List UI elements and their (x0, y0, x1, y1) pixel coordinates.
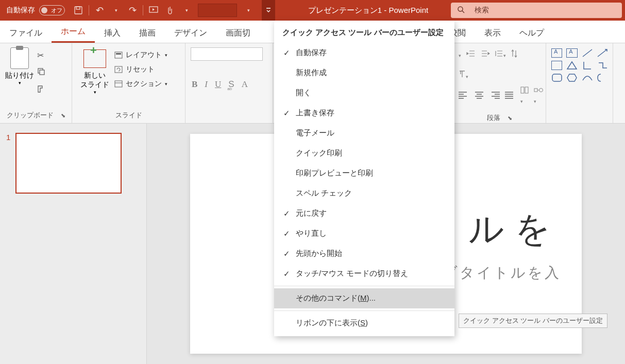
menu-item-3[interactable]: ✓上書き保存 (274, 103, 454, 123)
shape-curve-icon[interactable] (582, 73, 593, 82)
text-direction-icon[interactable]: ▾ (459, 70, 468, 80)
clipboard-group-label: クリップボード (7, 111, 54, 120)
bold-button[interactable]: B (192, 79, 197, 90)
tab-draw[interactable]: 描画 (130, 23, 165, 43)
tooltip: クイック アクセス ツール バーのユーザー設定 (459, 314, 607, 328)
shape-connector-icon[interactable] (597, 61, 607, 70)
menu-item-1[interactable]: 新規作成 (274, 63, 454, 83)
tab-home[interactable]: ホーム (52, 21, 95, 43)
new-slide-button[interactable]: 新しい スライド ▾ (77, 47, 112, 109)
section-button[interactable]: セクション▾ (114, 79, 167, 89)
indent-decrease-icon[interactable] (466, 50, 476, 59)
touch-mode-dropdown-icon[interactable]: ▾ (178, 2, 195, 19)
slides-group-label: スライド (115, 111, 142, 120)
paste-button[interactable]: 貼り付け ▾ (5, 47, 34, 109)
autosave-label: 自動保存 (0, 6, 39, 15)
qa-combo-dropdown-icon[interactable]: ▾ (240, 2, 257, 19)
redo-icon[interactable]: ↷ (124, 2, 141, 19)
font-family-select[interactable] (191, 47, 263, 61)
italic-button[interactable]: I (205, 79, 208, 90)
tab-insert[interactable]: 挿入 (95, 23, 130, 43)
check-icon: ✓ (283, 269, 296, 279)
menu-item-0[interactable]: ✓自動保存 (274, 43, 454, 63)
menu-item-8[interactable]: ✓元に戻す (274, 203, 454, 223)
menu-item-label: タッチ/マウス モードの切り替え (296, 269, 408, 279)
shape-arrow-line-icon[interactable] (597, 48, 607, 58)
menu-item-7[interactable]: スペル チェック (274, 183, 454, 203)
menu-show-below-ribbon[interactable]: リボンの下に表示(S) (274, 313, 454, 333)
autosave-toggle[interactable]: オフ (39, 5, 65, 15)
align-left-icon[interactable] (459, 92, 469, 100)
clipboard-expand-icon[interactable]: ⬊ (61, 112, 65, 119)
slideshow-start-icon[interactable] (145, 2, 162, 19)
layout-button[interactable]: レイアウト▾ (114, 50, 167, 60)
customize-qa-dropdown-icon[interactable] (262, 0, 275, 21)
menu-item-9[interactable]: ✓やり直し (274, 223, 454, 244)
shape-rounded-icon[interactable] (551, 73, 562, 82)
thumbnails-panel[interactable]: 1 (0, 124, 147, 364)
menu-item-6[interactable]: 印刷プレビューと印刷 (274, 163, 454, 183)
menu-item-label: 電子メール (296, 128, 334, 138)
undo-dropdown-icon[interactable]: ▾ (108, 2, 124, 19)
tab-transitions[interactable]: 画面切 (216, 23, 260, 43)
copy-icon[interactable] (37, 67, 46, 78)
menu-item-label: 自動保存 (296, 48, 327, 58)
menu-item-5[interactable]: クイック印刷 (274, 143, 454, 163)
paragraph-group-label: 段落 (487, 113, 500, 123)
align-center-icon[interactable] (474, 92, 484, 100)
svg-rect-12 (534, 89, 537, 92)
check-icon: ✓ (283, 249, 296, 258)
svg-rect-7 (116, 53, 121, 55)
tab-file[interactable]: ファイル (0, 23, 52, 43)
reset-button[interactable]: リセット (114, 65, 167, 74)
align-right-icon[interactable] (489, 92, 500, 100)
menu-item-label: クイック印刷 (296, 148, 342, 158)
smartart-icon[interactable]: ▾ (534, 86, 543, 105)
menu-item-label: 元に戻す (296, 209, 327, 218)
menu-item-2[interactable]: 開く (274, 83, 454, 103)
tab-view[interactable]: 表示 (475, 23, 510, 43)
tab-help[interactable]: ヘルプ (510, 23, 553, 43)
sort-icon[interactable] (511, 49, 517, 60)
menu-item-11[interactable]: ✓タッチ/マウス モードの切り替え (274, 264, 454, 284)
menu-item-label: 開く (296, 88, 311, 98)
columns-icon[interactable]: ▾ (520, 86, 529, 105)
underline-button[interactable]: U (215, 79, 221, 90)
touch-mode-icon[interactable] (162, 2, 178, 19)
strike-button[interactable]: Sab (228, 79, 234, 90)
menu-more-commands[interactable]: その他のコマンド(M)... (274, 288, 454, 308)
tab-design[interactable]: デザイン (165, 23, 216, 43)
title-bar: 自動保存 オフ ↶ ▾ ↷ ▾ ▾ プレゼンテーション1 - PowerPoin… (0, 0, 625, 21)
paragraph-expand-icon[interactable]: ⬊ (508, 115, 512, 122)
menu-item-label: スペル チェック (296, 188, 352, 198)
align-justify-icon[interactable] (505, 92, 515, 100)
menu-item-4[interactable]: 電子メール (274, 123, 454, 143)
search-input[interactable]: 検索 (451, 3, 622, 18)
menu-item-10[interactable]: ✓先頭から開始 (274, 244, 454, 264)
shape-hexagon-icon[interactable] (566, 73, 577, 82)
line-spacing-icon[interactable]: ▾ (495, 50, 506, 59)
menu-item-label: 印刷プレビューと印刷 (296, 168, 373, 178)
bullet-dropdown-icon[interactable]: ▾ (459, 50, 461, 59)
menu-item-label: やり直し (296, 229, 327, 238)
cut-icon[interactable]: ✂ (37, 50, 46, 60)
qa-customize-menu: クイック アクセス ツール バーのユーザー設定 ✓自動保存新規作成開く✓上書き保… (274, 21, 454, 336)
shape-line-icon[interactable] (582, 48, 593, 58)
undo-icon[interactable]: ↶ (91, 2, 108, 19)
format-painter-icon[interactable] (37, 85, 46, 95)
indent-increase-icon[interactable] (481, 50, 490, 59)
shape-textbox2-icon[interactable]: A (566, 48, 577, 58)
shape-textbox-icon[interactable]: A (551, 48, 562, 58)
save-icon[interactable] (70, 2, 87, 19)
qa-combo[interactable] (198, 4, 237, 17)
search-icon (457, 6, 465, 15)
text-effects-button[interactable]: A (242, 79, 248, 90)
shape-triangle-icon[interactable] (566, 61, 577, 70)
svg-rect-5 (40, 70, 44, 75)
shape-l-icon[interactable] (582, 61, 593, 70)
menu-item-label: 先頭から開始 (296, 249, 342, 258)
thumbnail-1[interactable]: 1 (6, 133, 140, 194)
shape-rect-icon[interactable] (551, 61, 562, 70)
shape-bracket-icon[interactable] (597, 73, 607, 82)
menu-item-label: 上書き保存 (296, 108, 334, 118)
